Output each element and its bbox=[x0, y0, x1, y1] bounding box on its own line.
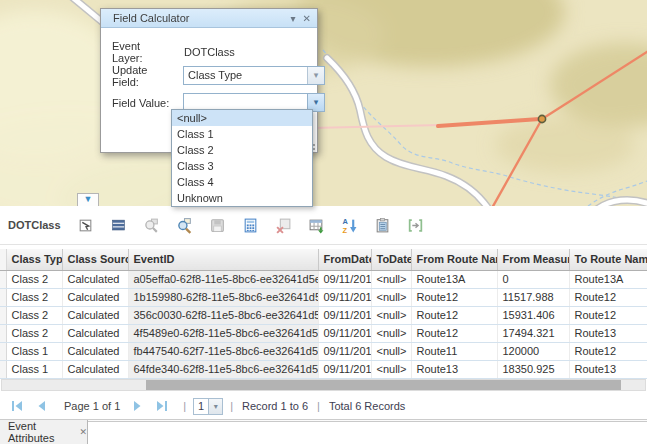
pagination-bar: Page 1 of 1 | 1 ▾ | Record 1 to 6 | Tota… bbox=[0, 393, 647, 420]
cell-to-date: <null> bbox=[371, 306, 411, 324]
cell-class-type: Class 2 bbox=[6, 306, 62, 324]
dialog-close-icon[interactable]: ✕ bbox=[303, 10, 311, 27]
cell-from-date: 09/11/2015 bbox=[318, 270, 371, 288]
cell-to-date: <null> bbox=[371, 342, 411, 360]
tab-event-attributes[interactable]: Event Attributes ✕ bbox=[0, 420, 88, 444]
select-features-icon[interactable] bbox=[75, 214, 97, 236]
add-to-edit-list-icon[interactable] bbox=[306, 214, 328, 236]
event-attribute-table: Class TypeClass SourceEventIDFromDateToD… bbox=[0, 249, 647, 379]
event-layer-value: DOTClass bbox=[184, 46, 235, 58]
scrollbar-thumb[interactable] bbox=[146, 380, 621, 390]
dropdown-option[interactable]: Unknown bbox=[172, 190, 312, 206]
cell-to-date: <null> bbox=[371, 288, 411, 306]
cell-to-route: Route12 bbox=[569, 306, 647, 324]
go-to-measure-icon[interactable] bbox=[405, 214, 427, 236]
cell-from-route: Route13A bbox=[411, 270, 497, 288]
column-header[interactable]: FromDate bbox=[318, 249, 371, 270]
cell-from-measure: 18350.925 bbox=[497, 360, 569, 378]
event-layer-label: Event Layer: bbox=[112, 40, 172, 64]
column-header[interactable]: Class Type bbox=[6, 249, 62, 270]
cell-event-id: a05effa0-62f8-11e5-8bc6-ee32641d5ec9 bbox=[128, 270, 318, 288]
cell-from-date: 09/11/2015 bbox=[318, 324, 371, 342]
collapse-triangle-icon: ▼ bbox=[84, 194, 93, 204]
page-select-arrow-icon[interactable]: ▾ bbox=[208, 399, 222, 414]
svg-text:Z: Z bbox=[343, 225, 348, 233]
tab-bar-empty-area bbox=[88, 421, 647, 444]
cell-from-date: 09/11/2015 bbox=[318, 342, 371, 360]
cell-from-measure: 15931.406 bbox=[497, 306, 569, 324]
update-field-dropdown-icon[interactable]: ▾ bbox=[307, 67, 324, 84]
column-header[interactable]: EventID bbox=[128, 249, 318, 270]
attribute-toolbar: DOTClass bbox=[0, 206, 647, 245]
cell-to-date: <null> bbox=[371, 324, 411, 342]
dropdown-option[interactable]: Class 2 bbox=[172, 142, 312, 158]
update-field-combobox[interactable]: Class Type ▾ bbox=[183, 66, 325, 85]
footer-tab-bar: Event Attributes ✕ bbox=[0, 420, 647, 444]
column-header[interactable]: Class Source bbox=[62, 249, 128, 270]
cell-to-route: Route13A bbox=[569, 270, 647, 288]
cell-class-source: Calculated bbox=[62, 288, 128, 306]
cell-event-id: 4f5489e0-62f8-11e5-8bc6-ee32641d5ec9 bbox=[128, 324, 318, 342]
cell-event-id: fb447540-62f7-11e5-8bc6-ee32641d5ec9 bbox=[128, 342, 318, 360]
column-header[interactable]: ToDate bbox=[371, 249, 411, 270]
previous-page-button[interactable] bbox=[32, 399, 50, 413]
next-page-button[interactable] bbox=[128, 399, 146, 413]
cell-from-route: Route13 bbox=[411, 360, 497, 378]
field-calculator-icon[interactable] bbox=[240, 214, 262, 236]
clear-selection-icon bbox=[273, 214, 295, 236]
cell-class-source: Calculated bbox=[62, 270, 128, 288]
update-field-label: Update Field: bbox=[112, 64, 172, 88]
table-row[interactable]: Class 1 Calculated 64fde340-62f8-11e5-8b… bbox=[0, 360, 647, 378]
app-window: ▼ Field Calculator ▾ ✕ Event Layer: DOTC… bbox=[0, 0, 647, 444]
cell-from-measure: 0 bbox=[497, 270, 569, 288]
cell-class-source: Calculated bbox=[62, 342, 128, 360]
cell-to-route: Route13 bbox=[569, 324, 647, 342]
cell-to-route: Route13 bbox=[569, 360, 647, 378]
route-junction-marker[interactable] bbox=[538, 115, 545, 122]
table-row[interactable]: Class 1 Calculated fb447540-62f7-11e5-8b… bbox=[0, 342, 647, 360]
cell-class-source: Calculated bbox=[62, 306, 128, 324]
page-select-dropdown[interactable]: 1 ▾ bbox=[193, 398, 223, 415]
dropdown-option[interactable]: Class 4 bbox=[172, 174, 312, 190]
record-range-label: Record 1 to 6 bbox=[242, 400, 308, 412]
zoom-to-selection-icon bbox=[141, 214, 163, 236]
column-header[interactable]: From Route Name bbox=[411, 249, 497, 270]
cell-event-id: 64fde340-62f8-11e5-8bc6-ee32641d5ec9 bbox=[128, 360, 318, 378]
show-selected-records-icon[interactable] bbox=[108, 214, 130, 236]
separator: | bbox=[183, 400, 186, 412]
tab-close-icon[interactable]: ✕ bbox=[79, 427, 87, 437]
table-row[interactable]: Class 2 Calculated 356c0030-62f8-11e5-8b… bbox=[0, 306, 647, 324]
last-page-button[interactable] bbox=[152, 399, 170, 413]
sort-records-icon[interactable]: AZ bbox=[339, 214, 361, 236]
cell-from-date: 09/11/2015 bbox=[318, 360, 371, 378]
first-page-button[interactable] bbox=[8, 399, 26, 413]
dropdown-option[interactable]: Class 3 bbox=[172, 158, 312, 174]
dropdown-option[interactable]: Class 1 bbox=[172, 126, 312, 142]
attribute-set-icon[interactable] bbox=[372, 214, 394, 236]
cell-class-type: Class 1 bbox=[6, 342, 62, 360]
layer-name-label: DOTClass bbox=[8, 219, 61, 231]
cell-class-type: Class 2 bbox=[6, 324, 62, 342]
table-row[interactable]: Class 2 Calculated a05effa0-62f8-11e5-8b… bbox=[0, 270, 647, 288]
field-value-dropdown-list: <null>Class 1Class 2Class 3Class 4Unknow… bbox=[171, 109, 313, 207]
field-value-label: Field Value: bbox=[112, 97, 172, 109]
cell-from-measure: 17494.321 bbox=[497, 324, 569, 342]
cell-from-measure: 11517.988 bbox=[497, 288, 569, 306]
cell-event-id: 1b159980-62f8-11e5-8bc6-ee32641d5ec9 bbox=[128, 288, 318, 306]
table-row[interactable]: Class 2 Calculated 4f5489e0-62f8-11e5-8b… bbox=[0, 324, 647, 342]
table-row[interactable]: Class 2 Calculated 1b159980-62f8-11e5-8b… bbox=[0, 288, 647, 306]
cell-from-date: 09/11/2015 bbox=[318, 306, 371, 324]
cell-to-route: Route12 bbox=[569, 342, 647, 360]
column-header[interactable]: From Measure bbox=[497, 249, 569, 270]
pan-to-selection-icon[interactable] bbox=[174, 214, 196, 236]
panel-collapse-tab[interactable]: ▼ bbox=[77, 193, 99, 206]
dialog-collapse-icon[interactable]: ▾ bbox=[291, 10, 296, 27]
column-header[interactable]: To Route Name bbox=[569, 249, 647, 270]
cell-class-source: Calculated bbox=[62, 360, 128, 378]
dialog-titlebar[interactable]: Field Calculator ▾ ✕ bbox=[101, 9, 317, 28]
cell-class-type: Class 2 bbox=[6, 288, 62, 306]
page-select-value: 1 bbox=[194, 399, 208, 414]
cell-from-measure: 120000 bbox=[497, 342, 569, 360]
horizontal-scrollbar[interactable] bbox=[1, 379, 646, 391]
dropdown-option[interactable]: <null> bbox=[172, 110, 312, 126]
